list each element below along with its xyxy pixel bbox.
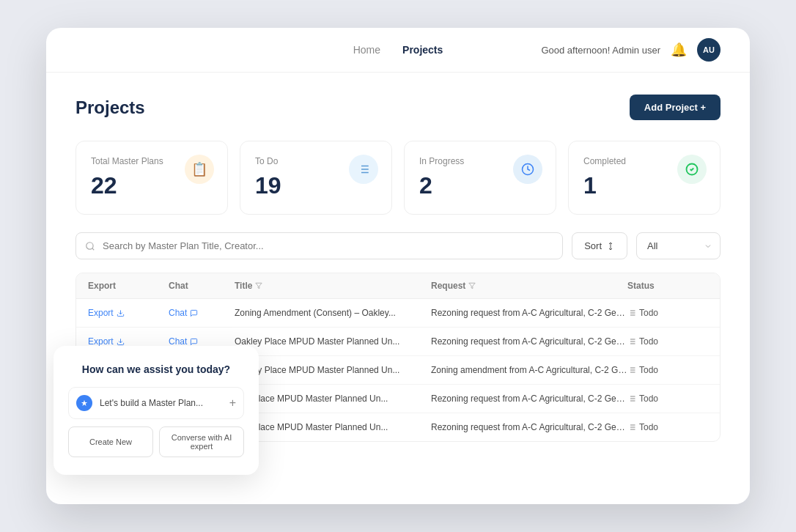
request-cell-3: Rezoning request from A-C Agricultural, … bbox=[431, 394, 627, 404]
status-icon-0 bbox=[627, 309, 636, 317]
th-status: Status bbox=[627, 281, 708, 291]
chat-option-item[interactable]: Let's build a Master Plan... + bbox=[68, 387, 244, 419]
chat-popup-title: How can we assist you today? bbox=[68, 363, 244, 375]
nav-right: Good afternoon! Admin user 🔔 AU bbox=[541, 38, 721, 62]
svg-marker-9 bbox=[256, 283, 262, 289]
title-filter-icon bbox=[255, 282, 262, 289]
export-icon-0 bbox=[117, 309, 125, 317]
nav-projects[interactable]: Projects bbox=[402, 44, 443, 56]
nav-links: Home Projects bbox=[353, 44, 443, 56]
sort-label: Sort bbox=[584, 240, 602, 251]
nav-bar: Home Projects Good afternoon! Admin user… bbox=[46, 28, 750, 73]
stat-inprogress-icon bbox=[513, 155, 542, 184]
chat-option-text: Let's build a Master Plan... bbox=[100, 398, 203, 408]
table-header: Export Chat Title Request bbox=[76, 273, 720, 299]
stat-card-inprogress: In Progress 2 bbox=[404, 141, 556, 215]
sparkle-icon bbox=[81, 399, 88, 407]
export-icon-1 bbox=[117, 338, 125, 346]
export-link-0[interactable]: Export bbox=[88, 308, 169, 318]
chat-popup: How can we assist you today? Let's build… bbox=[54, 346, 259, 475]
title-cell-0: Zoning Amendment (Consent) – Oakley... bbox=[235, 308, 431, 318]
avatar[interactable]: AU bbox=[697, 38, 721, 62]
export-link-1[interactable]: Export bbox=[88, 336, 169, 347]
page-header: Projects Add Project + bbox=[75, 95, 721, 120]
stat-total-icon: 📋 bbox=[185, 155, 214, 184]
bell-icon[interactable]: 🔔 bbox=[671, 42, 687, 58]
status-icon-4 bbox=[627, 423, 636, 432]
status-cell-3: Todo bbox=[627, 394, 708, 404]
request-cell-4: Rezoning request from A-C Agricultural, … bbox=[431, 422, 627, 432]
th-export: Export bbox=[88, 281, 169, 291]
add-project-button[interactable]: Add Project + bbox=[630, 95, 721, 120]
chat-icon-1 bbox=[190, 338, 198, 346]
stat-card-total: Total Master Plans 22 📋 bbox=[75, 141, 228, 215]
status-icon-3 bbox=[627, 394, 636, 403]
status-cell-1: Todo bbox=[627, 336, 708, 347]
stat-todo-icon bbox=[349, 155, 378, 184]
page-title: Projects bbox=[75, 97, 145, 118]
title-cell-1: Oakley Place MPUD Master Planned Un... bbox=[235, 336, 431, 347]
search-input[interactable] bbox=[75, 232, 563, 259]
th-request: Request bbox=[431, 281, 627, 291]
title-cell-3: kley Place MPUD Master Planned Un... bbox=[235, 394, 431, 404]
title-cell-2: Oakley Place MPUD Master Planned Un... bbox=[235, 365, 431, 375]
status-cell-4: Todo bbox=[627, 422, 708, 432]
sort-button[interactable]: Sort bbox=[572, 232, 627, 259]
stat-completed-icon bbox=[677, 155, 707, 184]
chat-link-0[interactable]: Chat bbox=[169, 308, 235, 318]
request-cell-0: Rezoning request from A-C Agricultural, … bbox=[431, 308, 627, 318]
create-new-button[interactable]: Create New bbox=[68, 426, 153, 457]
converse-button[interactable]: Converse with AI expert bbox=[159, 426, 244, 457]
filter-row: Sort All Todo In Progress Completed bbox=[75, 232, 721, 259]
chat-link-1[interactable]: Chat bbox=[169, 336, 235, 347]
chat-option-dot bbox=[76, 395, 92, 411]
th-title: Title bbox=[235, 281, 431, 291]
stat-card-todo: To Do 19 bbox=[240, 141, 392, 215]
greeting-text: Good afternoon! Admin user bbox=[541, 45, 660, 56]
chat-expand-icon[interactable]: + bbox=[229, 396, 236, 410]
status-filter-select[interactable]: All Todo In Progress Completed bbox=[636, 232, 721, 259]
chat-icon-0 bbox=[190, 309, 198, 317]
request-cell-1: Rezoning request from A-C Agricultural, … bbox=[431, 336, 627, 347]
stat-card-completed: Completed 1 bbox=[568, 141, 721, 215]
sort-icon bbox=[606, 242, 615, 251]
request-cell-2: Zoning amendment from A-C Agricultural, … bbox=[431, 365, 627, 375]
table-row: Export Chat Zoning Amendment (Consent) –… bbox=[76, 299, 720, 328]
request-filter-icon bbox=[468, 282, 476, 289]
title-cell-4: kley Place MPUD Master Planned Un... bbox=[235, 422, 431, 432]
svg-marker-10 bbox=[469, 283, 475, 289]
nav-home[interactable]: Home bbox=[353, 44, 380, 56]
status-icon-2 bbox=[627, 366, 636, 374]
th-chat: Chat bbox=[169, 281, 235, 291]
chat-actions: Create New Converse with AI expert bbox=[68, 426, 244, 457]
status-cell-2: Todo bbox=[627, 365, 708, 375]
stats-row: Total Master Plans 22 📋 To Do 19 In Pro bbox=[75, 141, 721, 215]
status-cell-0: Todo bbox=[627, 308, 708, 318]
status-icon-1 bbox=[627, 337, 636, 346]
